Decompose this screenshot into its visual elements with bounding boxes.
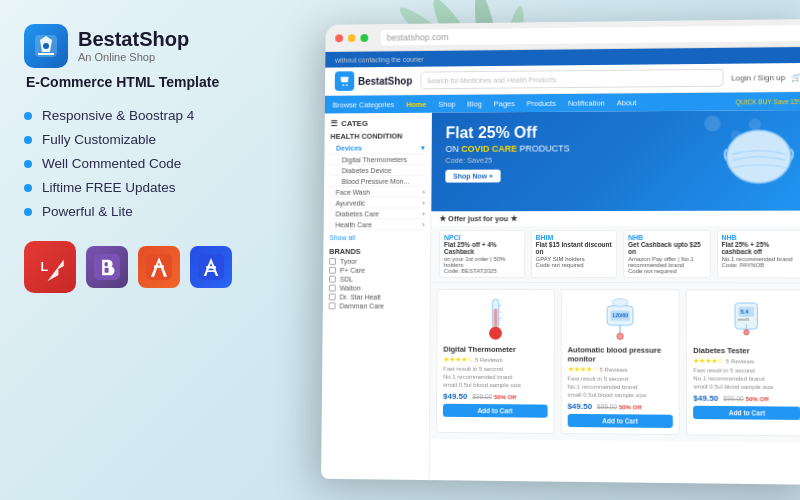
nav-quick-buy: QUICK BUY Save 15% (736, 98, 800, 106)
tech-icons-row: L (24, 241, 270, 293)
feature-item: Liftime FREE Updates (24, 180, 270, 195)
product-image-2: 120/80 (567, 296, 672, 342)
svg-text:L: L (40, 260, 48, 274)
sidebar-cat-health[interactable]: Health Care › (329, 219, 424, 230)
sidebar-cat-face-wash[interactable]: Face Wash › (330, 187, 425, 198)
html5-icon (138, 246, 180, 288)
brand-checkbox[interactable] (329, 302, 336, 309)
cart-icon[interactable]: 🛒 (791, 73, 800, 82)
svg-rect-24 (493, 309, 497, 327)
product-discount-1: 50% Off (494, 394, 516, 400)
sidebar-filter-label: CATEG (341, 119, 368, 128)
feature-item: Fully Customizable (24, 132, 270, 147)
brand-checkbox[interactable] (329, 285, 336, 292)
product-old-price-2: $99.00 (597, 403, 617, 410)
add-to-cart-button-1[interactable]: Add to Cart (443, 404, 547, 418)
shop-header-icons: Login / Sign up 🛒 (731, 73, 800, 83)
brand-checkbox[interactable] (329, 293, 336, 300)
brand-item-walton: Walton (329, 285, 424, 292)
offer-title-4: Flat 25% + 25% cashback off (722, 241, 800, 255)
product-price-2: $49.50 (567, 402, 592, 411)
product-card-thermometer: Digital Thermometer ★★★★☆ 5 Reviews Fast… (436, 289, 555, 435)
laravel-icon: L (24, 241, 76, 293)
bullet-icon (24, 136, 32, 144)
shop-logo-icon (335, 71, 355, 91)
sidebar-cat-devices[interactable]: Devices ▾ (330, 142, 425, 154)
add-to-cart-button-3[interactable]: Add to Cart (693, 406, 800, 420)
svg-point-6 (43, 43, 49, 49)
brand-checkbox[interactable] (329, 267, 336, 274)
nav-notification[interactable]: Notification (568, 98, 605, 107)
nav-home[interactable]: Home (406, 100, 426, 109)
hero-cta-button[interactable]: Shop Now » (445, 169, 500, 182)
svg-point-19 (346, 84, 348, 86)
offer-card-1: NPCI Flat 25% off + 4% Cashback on your … (439, 230, 525, 278)
svg-rect-10 (105, 268, 109, 273)
nav-about[interactable]: About (617, 98, 637, 107)
brand-text: BestatShop An Online Shop (78, 29, 189, 63)
offer-logo-1: NPCI (444, 234, 520, 241)
product-name-2: Automatic blood pressure monitor (567, 345, 673, 364)
brand-checkbox[interactable] (329, 258, 336, 265)
brand-checkbox[interactable] (329, 276, 336, 283)
brands-title: BRANDS (329, 247, 424, 256)
brand-item-damman: Damman Care (329, 302, 424, 309)
shop-search-bar[interactable]: Search for Medicines and Health Products (420, 69, 723, 89)
svg-rect-9 (105, 262, 108, 266)
left-panel: BestatShop An Online Shop E-Commerce HTM… (0, 0, 290, 500)
feature-label: Responsive & Boostrap 4 (42, 108, 194, 123)
shop-logo-small: BestatShop (335, 71, 413, 91)
offer-code-1: Code: BESTAT2025 (444, 268, 520, 274)
css3-icon (190, 246, 232, 288)
feature-item: Powerful & Lite (24, 204, 270, 219)
product-image-1 (443, 296, 547, 341)
svg-point-38 (744, 330, 749, 335)
svg-text:5.4: 5.4 (740, 309, 749, 315)
mask-image (721, 115, 800, 206)
feature-item: Responsive & Boostrap 4 (24, 108, 270, 123)
show-all-link[interactable]: Show all (329, 234, 355, 241)
offer-logo-3: NHB (628, 234, 705, 241)
sidebar-cat-blood-pressure[interactable]: Blood Pressure Mon... (330, 176, 425, 187)
url-bar: bestatshop.com (381, 25, 800, 46)
offers-strip: NPCI Flat 25% off + 4% Cashback on your … (431, 226, 800, 284)
sidebar-cat-diabetes[interactable]: Diabetes Care › (330, 208, 425, 219)
nav-products[interactable]: Products (527, 98, 556, 107)
brand-item-pcare: P+ Care (329, 267, 424, 274)
sidebar-cat-diabetes-dev[interactable]: Diabetes Device (330, 165, 425, 176)
close-dot (335, 34, 343, 42)
sidebar-cat-ayurvedic[interactable]: Ayurvedic › (330, 198, 425, 209)
shop-main-area: Flat 25% Off ON COVID CARE PRODUCTS Code… (429, 110, 800, 485)
login-link[interactable]: Login / Sign up (731, 73, 785, 82)
product-desc-1: Fast result in 5 second No.1 recommended… (443, 366, 547, 390)
product-old-price-1: $99.00 (472, 393, 492, 400)
bullet-icon (24, 208, 32, 216)
svg-point-31 (612, 299, 628, 307)
offer-card-2: BHIM Flat $15 Instant discount on GPAY S… (531, 230, 618, 278)
product-stars-2: ★★★★☆ 5 Reviews (567, 365, 673, 374)
shop-header: BestatShop Search for Medicines and Heal… (325, 63, 800, 96)
product-image-3: 5.4 mmol/L (693, 296, 800, 342)
offer-code-2: Code not required (536, 262, 613, 268)
nav-blog[interactable]: Blog (467, 99, 482, 108)
add-to-cart-button-2[interactable]: Add to Cart (567, 414, 673, 428)
brand-item-drstar: Dr. Star Healt (329, 293, 424, 300)
nav-shop[interactable]: Shop (438, 99, 455, 108)
product-name-3: Diabetes Tester (693, 346, 800, 356)
offer-logo-2: BHIM (536, 234, 612, 241)
offer-detail-1: on your 1st order | 50% holders (444, 256, 520, 268)
covid-highlight: COVID CARE (461, 143, 517, 153)
nav-browse[interactable]: Browse Categories (333, 100, 395, 109)
brand-header: BestatShop An Online Shop (24, 24, 270, 68)
tagline: E-Commerce HTML Template (26, 74, 270, 90)
brand-name: BestatShop (78, 29, 189, 49)
product-pricing-2: $49.50 $99.00 50% Off (567, 402, 673, 412)
sidebar-cat-thermometer[interactable]: Digital Thermometers (330, 154, 425, 165)
product-pricing-1: $49.50 $99.00 50% Off (443, 392, 547, 402)
svg-rect-13 (154, 265, 164, 267)
offer-title-3: Get Cashback upto $25 on (628, 241, 705, 255)
product-desc-3: Fast result in 5 second No.1 recommended… (693, 367, 800, 392)
feature-item: Well Commented Code (24, 156, 270, 171)
browser-mockup: bestatshop.com without contacting the co… (321, 19, 800, 485)
nav-pages[interactable]: Pages (494, 99, 515, 108)
